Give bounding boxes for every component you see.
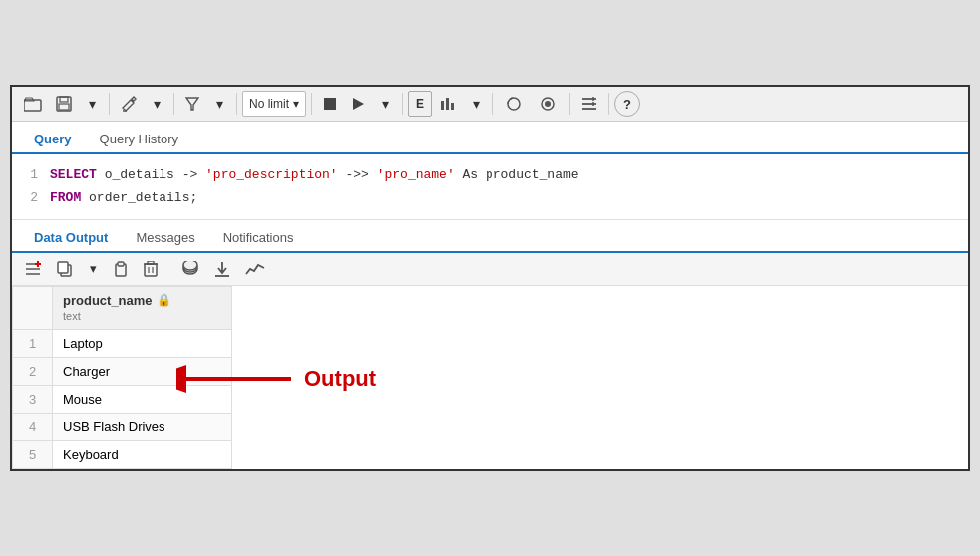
tab-query-history[interactable]: Query History	[86, 126, 192, 154]
svg-rect-8	[441, 101, 444, 110]
code-line-2: 2 FROM order_details;	[24, 187, 956, 209]
help-button[interactable]: ?	[614, 91, 640, 117]
row-number: 3	[13, 385, 53, 413]
row-value: Laptop	[53, 329, 232, 357]
chart-dropdown-button[interactable]: ▾	[464, 91, 488, 117]
row-value: Charger	[53, 357, 232, 385]
menu-button[interactable]	[575, 91, 603, 117]
code-plain-3: order_details;	[89, 190, 197, 205]
table-row: 5Keyboard	[13, 440, 232, 468]
svg-point-35	[183, 261, 197, 270]
output-tabs-bar: Data Output Messages Notifications	[12, 220, 968, 253]
svg-rect-27	[118, 262, 124, 266]
load-file-button[interactable]	[175, 257, 205, 281]
svg-rect-10	[451, 103, 454, 110]
col-name-label: product_name	[63, 293, 153, 308]
scratch2-button[interactable]	[532, 91, 564, 117]
output-toolbar: ▾	[12, 253, 968, 286]
svg-rect-9	[446, 98, 449, 110]
row-number: 2	[13, 357, 53, 385]
row-number: 5	[13, 440, 53, 468]
svg-rect-6	[324, 98, 336, 110]
edit-dropdown-button[interactable]: ▾	[145, 91, 168, 117]
row-value: Keyboard	[53, 440, 232, 468]
code-content-1: SELECT o_details -> 'pro_description' ->…	[50, 164, 579, 186]
row-value: USB Flash Drives	[53, 413, 232, 440]
tab-notifications[interactable]: Notifications	[209, 224, 308, 253]
svg-rect-3	[59, 104, 69, 110]
svg-marker-5	[186, 98, 198, 110]
code-plain-1: o_details ->	[105, 167, 205, 182]
open-folder-button[interactable]	[18, 91, 48, 117]
code-editor[interactable]: 1 SELECT o_details -> 'pro_description' …	[12, 154, 968, 219]
main-toolbar: ▾ ▾ ▾ No limit ▾ ▾ E ▾	[12, 87, 968, 122]
save-button[interactable]	[50, 91, 78, 117]
scratch1-button[interactable]	[498, 91, 530, 117]
svg-rect-28	[145, 264, 157, 276]
chart-button[interactable]	[434, 91, 462, 117]
run-dropdown-button[interactable]: ▾	[373, 91, 397, 117]
separator8	[608, 93, 609, 115]
separator7	[569, 93, 570, 115]
add-col-button[interactable]	[18, 257, 48, 281]
line-number-1: 1	[24, 164, 38, 186]
lock-icon: 🔒	[157, 293, 171, 307]
tab-messages[interactable]: Messages	[122, 224, 208, 253]
app-window: ▾ ▾ ▾ No limit ▾ ▾ E ▾	[10, 85, 970, 470]
explain-button[interactable]: E	[408, 91, 432, 117]
row-number: 1	[13, 329, 53, 357]
svg-rect-25	[58, 262, 68, 273]
line-number-2: 2	[24, 187, 38, 209]
keyword-select: SELECT	[50, 167, 97, 182]
copy-button[interactable]	[51, 257, 79, 281]
edit-button[interactable]	[115, 91, 143, 117]
save-dropdown-button[interactable]: ▾	[80, 91, 104, 117]
svg-point-13	[545, 101, 551, 107]
col-type-label: text	[63, 310, 81, 322]
row-value: Mouse	[53, 385, 232, 413]
svg-marker-7	[353, 98, 364, 110]
svg-rect-30	[148, 261, 154, 264]
paste-button[interactable]	[107, 257, 135, 281]
table-row: 2Charger	[13, 357, 232, 385]
code-plain-2: As product_name	[463, 167, 579, 182]
content-area: product_name 🔒 text 1Laptop2Charger3Mous…	[12, 286, 968, 469]
col-header-product-name: product_name 🔒 text	[53, 286, 232, 329]
separator4	[311, 93, 312, 115]
run-button[interactable]	[345, 91, 371, 117]
table-row: 1Laptop	[13, 329, 232, 357]
graph-button[interactable]	[239, 257, 271, 281]
table-row: 4USB Flash Drives	[13, 413, 232, 440]
no-limit-arrow: ▾	[293, 97, 299, 111]
row-number: 4	[13, 413, 53, 440]
separator6	[492, 93, 493, 115]
separator3	[236, 93, 237, 115]
code-op-1: ->>	[345, 167, 376, 182]
tab-query[interactable]: Query	[20, 126, 86, 154]
row-num-header	[13, 286, 53, 329]
copy-dropdown-button[interactable]: ▾	[82, 257, 104, 281]
separator	[109, 93, 110, 115]
download-button[interactable]	[208, 257, 236, 281]
separator5	[402, 93, 403, 115]
no-limit-label: No limit	[249, 97, 289, 111]
filter-dropdown-button[interactable]: ▾	[207, 91, 231, 117]
string-pro-name: 'pro_name'	[377, 167, 455, 182]
svg-rect-0	[24, 100, 41, 111]
code-line-1: 1 SELECT o_details -> 'pro_description' …	[24, 164, 956, 186]
result-table: product_name 🔒 text 1Laptop2Charger3Mous…	[12, 286, 232, 469]
table-row: 3Mouse	[13, 385, 232, 413]
stop-button[interactable]	[317, 91, 343, 117]
string-pro-description: 'pro_description'	[205, 167, 338, 182]
no-limit-dropdown[interactable]: No limit ▾	[242, 91, 306, 117]
delete-button[interactable]	[138, 257, 163, 281]
tab-data-output[interactable]: Data Output	[20, 224, 122, 253]
svg-point-11	[508, 98, 520, 110]
data-table-wrap[interactable]: product_name 🔒 text 1Laptop2Charger3Mous…	[12, 286, 968, 469]
filter-button[interactable]	[179, 91, 205, 117]
keyword-from: FROM	[50, 190, 81, 205]
separator2	[173, 93, 174, 115]
top-tabs-bar: Query Query History	[12, 122, 968, 154]
code-content-2: FROM order_details;	[50, 187, 197, 209]
